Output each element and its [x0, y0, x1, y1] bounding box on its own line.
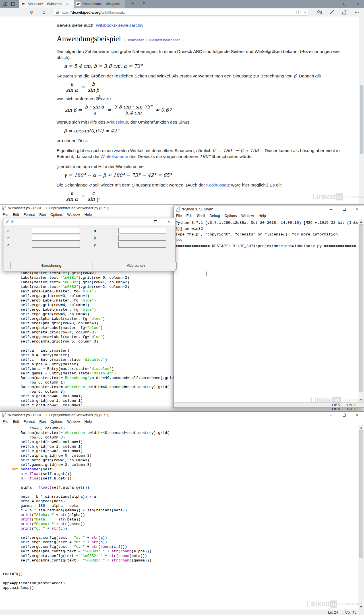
editor-scrollbar[interactable] — [359, 425, 364, 610]
edit-links: [ Bearbeiten | Quelltext bearbeiten ] — [124, 38, 182, 42]
menu-debug[interactable]: Debug — [207, 214, 222, 218]
menu-file[interactable]: File — [174, 214, 184, 218]
menu-help[interactable]: Help — [256, 214, 268, 218]
maximize-button[interactable] — [149, 218, 162, 225]
share-icon[interactable] — [340, 9, 349, 15]
wiki-link[interactable]: Kosinussatz — [206, 183, 230, 187]
menu-window[interactable]: Window — [65, 420, 82, 424]
paragraph: errechnen lässt. — [57, 138, 354, 144]
menu-edit[interactable]: Edit — [11, 213, 21, 217]
menu-options[interactable]: Options — [48, 420, 65, 424]
menu-options[interactable]: Options — [48, 213, 65, 217]
minimize-button[interactable] — [324, 412, 338, 419]
edit-source-link[interactable]: Quelltext bearbeiten — [147, 38, 180, 42]
berechnung-button[interactable]: Berechnung — [10, 262, 92, 269]
wiki-link[interactable]: Arkussinus — [106, 120, 128, 124]
menu-window[interactable]: Window — [65, 213, 82, 217]
hub-favorites-icon[interactable] — [315, 9, 324, 15]
text-run: des Dreiecks die vorgeschriebenen — [128, 154, 200, 159]
code-line: self.beta.grid(row=1, column=3) — [3, 458, 359, 463]
new-tab-button[interactable]: + — [131, 1, 134, 6]
annotate-pen-icon[interactable] — [328, 9, 336, 15]
scrollbar-thumb[interactable] — [359, 224, 363, 392]
paragraph: woraus sich mit Hilfe des Arkussinus, de… — [57, 119, 354, 125]
menu-shell[interactable]: Shell — [195, 214, 207, 218]
title-bar[interactable]: tk × — [3, 218, 175, 225]
title-bar[interactable]: *Python 3.7.1 Shell* × — [174, 206, 364, 213]
menu-edit[interactable]: Edit — [11, 420, 21, 424]
scroll-down-icon[interactable] — [360, 606, 362, 608]
text-run: woraus sich mit Hilfe des — [57, 120, 106, 124]
more-options-icon[interactable]: ··· — [353, 9, 361, 15]
refresh-icon[interactable]: ↻ — [28, 9, 35, 15]
tab-sinussatz[interactable]: W Sinussatz – Wikipedia × — [19, 0, 74, 8]
shell-scrollbar[interactable] — [359, 219, 364, 403]
text-run: Die Seitenlänge — [57, 183, 89, 187]
idle-editor-window-2: Winkelsatz.py - R:\DE_3071\projektdateie… — [0, 411, 364, 615]
code-line: def berechnen(self): — [3, 467, 359, 472]
wikipedia-favicon: W — [76, 2, 80, 6]
menu-format[interactable]: Format — [21, 213, 37, 217]
entry-alpha[interactable] — [118, 228, 166, 233]
favorite-star-icon[interactable]: ☆ — [302, 10, 308, 15]
title-bar[interactable]: Winkelsatz.py - R:\DE_3071\projektdateie… — [0, 412, 364, 419]
menu-window[interactable]: Window — [239, 214, 256, 218]
maximize-button[interactable] — [338, 206, 351, 213]
inline-math: γ — [57, 164, 59, 169]
scrollbar-thumb[interactable] — [360, 85, 363, 154]
chevron-down-icon[interactable]: ∨ — [143, 1, 145, 5]
line-indicator: Ln: 24 — [328, 610, 338, 614]
sidebar-divider — [52, 17, 52, 204]
code-area[interactable]: row=6, column=1) Button(master,text='Abb… — [0, 425, 364, 610]
code-line: root=Tk() — [3, 572, 359, 577]
forward-icon[interactable]: → — [15, 9, 22, 15]
entry-b[interactable] — [32, 235, 80, 241]
scroll-up-icon[interactable] — [360, 427, 362, 429]
edit-link[interactable]: Bearbeiten — [127, 38, 144, 42]
tab-kosinussatz[interactable]: W Kosinussatz – Wikipedia — [74, 0, 125, 8]
reading-view-icon[interactable] — [295, 11, 302, 14]
menu-help[interactable]: Help — [82, 420, 94, 424]
formula-sine-law-ab: asin α = bsin β — [64, 81, 354, 93]
menu-run[interactable]: Run — [37, 420, 48, 424]
close-button[interactable]: × — [351, 412, 364, 419]
menu-format[interactable]: Format — [21, 420, 37, 424]
minimize-button[interactable] — [136, 218, 149, 225]
menu-edit[interactable]: Edit — [184, 214, 195, 218]
scroll-up-icon[interactable] — [360, 221, 362, 223]
idle-file-icon — [2, 206, 7, 210]
close-button[interactable]: × — [351, 206, 364, 213]
menu-run[interactable]: Run — [37, 213, 48, 217]
restore-button[interactable] — [338, 0, 351, 8]
text-run: Gesucht sind die Größen der restlichen S… — [57, 73, 294, 78]
back-icon[interactable]: ← — [2, 9, 10, 15]
close-button[interactable]: × — [162, 218, 175, 225]
abbrechen-button[interactable]: Abbrechen — [95, 262, 177, 269]
wikipedia-page: Beweis siehe auch: Wikibooks-Beweisarchi… — [0, 17, 364, 204]
restore-button[interactable] — [338, 412, 351, 419]
scrollbar-thumb[interactable] — [359, 430, 363, 558]
tab-close-icon[interactable]: × — [66, 2, 69, 6]
menu-options[interactable]: Options — [222, 214, 239, 218]
tk-app-window: tk × a b c α β γ Berechnung Abbrechen — [3, 218, 175, 271]
minimize-button[interactable] — [324, 206, 338, 213]
browser-scrollbar[interactable] — [359, 17, 364, 204]
menu-file[interactable]: File — [0, 213, 11, 217]
scroll-down-icon[interactable] — [360, 399, 362, 401]
wiki-link[interactable]: Wikibooks-Beweisarchiv — [96, 23, 143, 28]
wiki-link[interactable]: Winkelsumme — [100, 154, 128, 159]
close-button[interactable]: × — [351, 0, 364, 8]
minimize-button[interactable] — [326, 0, 338, 8]
home-icon[interactable]: ⌂ — [40, 9, 48, 15]
address-bar[interactable]: https://de.wikipedia.org/wiki/Sinussatz … — [54, 9, 308, 16]
entry-a[interactable] — [32, 228, 80, 233]
shell-text-area[interactable]: Python 3.7.1 (v3.7.1:260ec2c36a, Oct 20 … — [174, 219, 364, 403]
text-run: soll wieder mit dem Sinussatz ermittelt … — [92, 183, 206, 187]
menu-file[interactable]: File — [0, 420, 11, 424]
menu-help[interactable]: Help — [82, 213, 94, 217]
restore-tabs-icon[interactable] — [10, 1, 15, 7]
url-scheme: https:// — [61, 10, 72, 15]
entry-c — [32, 242, 80, 248]
set-tabs-aside-icon[interactable] — [2, 1, 8, 7]
window-title: *Python 3.7.1 Shell* — [182, 207, 213, 211]
